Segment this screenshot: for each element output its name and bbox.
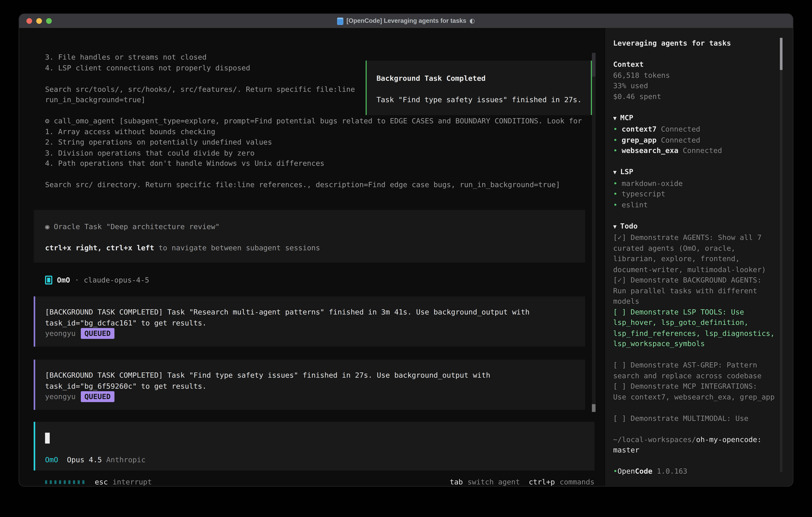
task-result-meta: yeongyuQUEUED <box>45 328 585 339</box>
spinner-dot <box>82 480 84 484</box>
todo-item-line: models <box>613 296 778 306</box>
esc-key-hint: esc <box>95 477 108 486</box>
agent-square-icon <box>45 275 52 284</box>
todo-item-line: [✓] Demonstrate BACKGROUND AGENTS: <box>613 275 778 285</box>
status-badge: QUEUED <box>81 328 114 339</box>
todo-item-line: librarian, explore, frontend, <box>613 253 778 264</box>
task-result-line: [BACKGROUND TASK COMPLETED] Task "Resear… <box>45 307 585 317</box>
todo-item-line: [ ] Demonstrate MCP INTEGRATIONS: <box>613 381 778 391</box>
toast-title: Background Task Completed <box>376 73 591 84</box>
context-tokens: 66,518 tokens <box>613 70 778 80</box>
workspace-path: ~/local-workspaces/oh-my-opencode: <box>613 434 778 445</box>
chevron-down-icon: ▼ <box>613 223 617 230</box>
ctrlp-key-hint: ctrl+p <box>529 477 555 486</box>
scrollback-line: 4. Path operations that don't handle Win… <box>45 158 586 169</box>
task-result-line: [BACKGROUND TASK COMPLETED] Task "Find t… <box>45 370 585 381</box>
spinner-dot <box>78 480 80 484</box>
screen: [OpenCode] Leveraging agents for tasks ◐… <box>0 0 812 517</box>
mcp-item: •grep_app Connected <box>613 135 778 145</box>
active-model: Opus 4.5 <box>67 456 102 464</box>
input-meta: OmOOpus 4.5 Anthropic <box>45 455 594 465</box>
tab-key-hint: tab <box>450 477 463 486</box>
todo-item-line: curated agents (OmO, oracle, <box>613 243 778 253</box>
scrollback-line: 3. Division operations that could divide… <box>45 147 586 158</box>
provider: Anthropic <box>106 456 146 464</box>
maximize-button[interactable] <box>46 18 52 24</box>
prompt-input[interactable]: OmOOpus 4.5 Anthropic <box>34 422 594 471</box>
lsp-section-header[interactable]: ▼LSP <box>613 166 778 178</box>
text-cursor <box>45 433 50 443</box>
status-bar: escinterrupt tabswitch agent ctrl+pcomma… <box>45 477 594 486</box>
separator-dot: · <box>75 275 79 285</box>
minimize-button[interactable] <box>36 18 42 24</box>
main-scrollbar-track[interactable] <box>592 53 596 412</box>
record-icon: ◉ <box>45 222 49 230</box>
status-right: tabswitch agent ctrl+pcommands <box>450 477 594 486</box>
main-scrollbar-thumb[interactable] <box>592 404 596 412</box>
sidebar: Leveraging agents for tasks Context 66,5… <box>604 28 793 486</box>
session-header: OmO · claude-opus-4-5 <box>45 275 149 285</box>
esc-label: interrupt <box>113 477 152 486</box>
spinner-dot <box>59 480 61 484</box>
status-dot-icon: • <box>613 146 617 154</box>
task-result-line: task_id="bg_6f59260c" to get results. <box>45 381 585 391</box>
background-task-toast: Background Task Completed Task "Find typ… <box>366 61 592 115</box>
mcp-section-header[interactable]: ▼MCP <box>613 112 778 124</box>
session-title: Leveraging agents for tasks <box>613 38 778 48</box>
gear-icon: ⚙ <box>45 116 49 125</box>
todo-item-line: lsp_workspace_symbols <box>613 338 778 349</box>
todo-item-line: lsp_hover, lsp_goto_definition, <box>613 317 778 328</box>
context-heading: Context <box>613 59 778 70</box>
status-badge: QUEUED <box>81 391 114 402</box>
status-left: escinterrupt <box>45 477 152 486</box>
spinner-dot <box>73 480 75 484</box>
status-dot-icon: • <box>613 467 617 475</box>
oracle-task-box: ◉ Oracle Task "Deep architecture review"… <box>34 210 585 263</box>
toast-body: Task "Find type safety issues" finished … <box>376 94 591 105</box>
todo-item-line: search and replace across codebase <box>613 370 778 381</box>
scrollback-line: Search src/ directory. Return specific f… <box>45 179 586 190</box>
oracle-task-title: ◉ Oracle Task "Deep architecture review" <box>45 221 585 232</box>
spinner-dot <box>50 480 52 484</box>
close-button[interactable] <box>26 18 32 24</box>
status-dot-icon: • <box>613 125 617 133</box>
todo-item-line: [ ] Demonstrate MULTIMODAL: Use <box>613 413 778 423</box>
task-result-block: [BACKGROUND TASK COMPLETED] Task "Find t… <box>34 360 585 410</box>
navigation-hint: ctrl+x right, ctrl+x left to navigate be… <box>45 243 585 253</box>
spinner-dot <box>54 480 56 484</box>
username: yeongyu <box>45 329 76 337</box>
todo-item-line: lsp_find_references, lsp_diagnostics, <box>613 328 778 338</box>
main-scrollbar-segment[interactable] <box>592 53 596 77</box>
todo-section-header[interactable]: ▼Todo <box>613 220 778 232</box>
task-result-line: task_id="bg_dcfac161" to get results. <box>45 318 585 328</box>
sidebar-scrollbar-thumb[interactable] <box>780 38 782 70</box>
task-result-meta: yeongyuQUEUED <box>45 391 585 402</box>
todo-item-line: Run parallel tasks with different <box>613 285 778 296</box>
working-spinner <box>45 480 84 484</box>
model-name: claude-opus-4-5 <box>84 275 149 285</box>
status-dot-icon: • <box>613 190 617 198</box>
username: yeongyu <box>45 392 76 401</box>
tool-call-line: ⚙ call_omo_agent [subagent_type=explore,… <box>45 115 586 126</box>
todo-item-line: [ ] Demonstrate AST-GREP: Pattern <box>613 360 778 370</box>
status-dot-icon: • <box>613 200 617 209</box>
active-agent: OmO <box>45 456 58 464</box>
version-row: •OpenCode 1.0.163 <box>613 466 778 477</box>
chevron-down-icon: ▼ <box>613 169 617 176</box>
chevron-down-icon: ▼ <box>613 115 617 121</box>
lsp-item: •markdown-oxide <box>613 178 778 189</box>
document-icon <box>337 18 343 25</box>
spinner-dot <box>64 480 66 484</box>
todo-item-line: [✓] Demonstrate AGENTS: Show all 7 <box>613 232 778 243</box>
sidebar-scrollbar-track[interactable] <box>780 38 782 472</box>
mcp-item: •context7 Connected <box>613 124 778 134</box>
window-title-text: [OpenCode] Leveraging agents for tasks <box>346 14 466 28</box>
todo-item-line: Use context7, websearch_exa, grep_app <box>613 391 778 402</box>
terminal-window: [OpenCode] Leveraging agents for tasks ◐… <box>19 14 793 486</box>
status-dot-icon: • <box>613 179 617 187</box>
spinner-dot <box>68 480 70 484</box>
context-spent: $0.46 spent <box>613 91 778 102</box>
lsp-item: •typescript <box>613 189 778 199</box>
window-controls <box>26 18 52 24</box>
titlebar: [OpenCode] Leveraging agents for tasks ◐ <box>19 14 793 29</box>
